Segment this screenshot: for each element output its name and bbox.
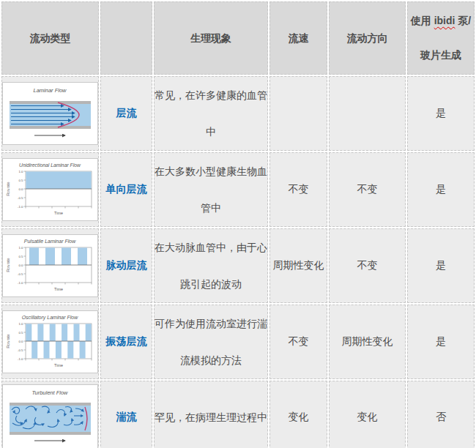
cell-direction-unidirectional: 不变	[329, 152, 406, 227]
y-tick-labels: 1.0 0.5 0.0 -0.5 -1.0	[18, 246, 23, 285]
header-ibidi-pre: 使用	[411, 15, 434, 26]
cell-figure-oscillatory: Oscillatory Laminar Flow 1.0 0.5 0.0	[1, 305, 99, 379]
link-oscillatory-laminar-flow[interactable]: 振荡层流	[106, 335, 147, 347]
cell-direction-turbulent: 变化	[329, 381, 406, 448]
pulse-bars	[29, 247, 87, 265]
header-ibidi: 使用 ibidi 泵/玻片生成	[407, 1, 475, 75]
figure-title: Pulsatile Laminar Flow	[24, 239, 76, 244]
cell-speed-turbulent: 变化	[269, 381, 327, 448]
y-ticks	[24, 247, 26, 283]
cell-name-unidirectional: 单向层流	[100, 152, 152, 227]
turbulent-flow-figure: Turbulent Flow	[2, 384, 98, 448]
unidirectional-flow-figure: Unidirectional Laminar Flow 1.0 0.5 0.0 …	[2, 158, 98, 221]
x-ticks	[26, 206, 92, 209]
cell-name-laminar: 层流	[100, 76, 152, 151]
link-pulsatile-laminar-flow[interactable]: 脉动层流	[106, 259, 147, 271]
svg-text:1.0: 1.0	[19, 322, 24, 326]
link-unidirectional-laminar-flow[interactable]: 单向层流	[106, 183, 147, 195]
cell-phenomenon-unidirectional: 在大多数小型健康生物血管中	[154, 152, 268, 227]
y-axis-label: Flow rate	[7, 334, 10, 348]
x-axis-label: Time	[54, 211, 63, 215]
cell-speed-unidirectional: 不变	[269, 152, 327, 227]
svg-text:-0.5: -0.5	[18, 272, 23, 276]
header-ibidi-line2: 玻片生成	[420, 49, 461, 61]
y-axis-label: Flow rate	[7, 182, 10, 195]
cell-ibidi-unidirectional: 是	[407, 152, 475, 227]
svg-text:1.0: 1.0	[19, 246, 24, 250]
pulsatile-flow-figure: Pulsatile Laminar Flow 1.0 0.5 0.0 -0.5	[2, 234, 98, 297]
x-axis-label: Time	[54, 287, 63, 291]
cell-figure-laminar: Laminar Flow	[1, 76, 99, 151]
cell-figure-unidirectional: Unidirectional Laminar Flow 1.0 0.5 0.0 …	[1, 152, 99, 227]
svg-text:-1.0: -1.0	[18, 357, 23, 361]
cell-name-pulsatile: 脉动层流	[100, 228, 152, 303]
cell-figure-pulsatile: Pulsatile Laminar Flow 1.0 0.5 0.0 -0.5	[1, 228, 99, 303]
header-flow-name	[100, 1, 152, 75]
svg-text:-0.5: -0.5	[18, 348, 23, 352]
cell-phenomenon-pulsatile: 在大动脉血管中，由于心跳引起的波动	[154, 228, 268, 303]
x-ticks	[26, 359, 92, 361]
cell-direction-laminar	[329, 76, 406, 151]
svg-text:-1.0: -1.0	[18, 281, 23, 285]
flow-types-table: 流动类型 生理现象 流速 流动方向 使用 ibidi 泵/玻片生成 Lamina…	[0, 0, 476, 448]
cell-direction-oscillatory: 周期性变化	[329, 305, 406, 379]
pulsatile-flow-chart: Pulsatile Laminar Flow 1.0 0.5 0.0 -0.5	[4, 235, 97, 296]
cell-ibidi-pulsatile: 是	[407, 228, 475, 303]
header-flow-type: 流动类型	[1, 1, 99, 75]
y-axis-label: Flow rate	[7, 258, 10, 272]
cell-name-oscillatory: 振荡层流	[100, 305, 152, 379]
svg-text:0.0: 0.0	[19, 340, 24, 343]
row-turbulent: Turbulent Flow	[1, 381, 475, 448]
svg-text:-0.5: -0.5	[18, 196, 23, 200]
y-ticks	[24, 171, 26, 206]
cell-name-turbulent: 湍流	[100, 381, 152, 448]
link-laminar-flow[interactable]: 层流	[116, 107, 137, 119]
channel-fluid	[10, 406, 91, 432]
svg-text:0.5: 0.5	[19, 255, 24, 258]
figure-title: Laminar Flow	[33, 87, 67, 94]
header-speed: 流速	[269, 1, 327, 75]
constant-flow-area	[26, 171, 91, 189]
cell-direction-pulsatile: 不变	[329, 228, 406, 303]
oscillatory-flow-figure: Oscillatory Laminar Flow 1.0 0.5 0.0	[2, 310, 98, 373]
cell-ibidi-turbulent: 否	[407, 381, 475, 448]
x-axis-label: Time	[54, 363, 63, 367]
header-row: 流动类型 生理现象 流速 流动方向 使用 ibidi 泵/玻片生成	[1, 1, 475, 75]
figure-title: Oscillatory Laminar Flow	[22, 315, 79, 321]
cell-phenomenon-oscillatory: 可作为使用流动室进行湍流模拟的方法	[154, 305, 268, 379]
svg-text:0.5: 0.5	[19, 331, 24, 335]
cell-speed-oscillatory: 不变	[269, 305, 327, 379]
link-turbulent-flow[interactable]: 湍流	[116, 411, 137, 422]
svg-text:0.5: 0.5	[19, 179, 24, 182]
turbulent-flow-diagram: Turbulent Flow	[4, 385, 97, 448]
svg-text:1.0: 1.0	[19, 170, 24, 173]
figure-title: Turbulent Flow	[31, 389, 68, 396]
row-unidirectional: Unidirectional Laminar Flow 1.0 0.5 0.0 …	[1, 152, 475, 227]
header-direction: 流动方向	[329, 1, 406, 75]
oscillatory-flow-chart: Oscillatory Laminar Flow 1.0 0.5 0.0	[4, 311, 97, 373]
unidirectional-flow-chart: Unidirectional Laminar Flow 1.0 0.5 0.0 …	[4, 159, 97, 220]
cell-speed-pulsatile: 周期性变化	[269, 228, 327, 303]
y-ticks	[24, 324, 26, 359]
svg-text:0.0: 0.0	[19, 264, 24, 267]
y-tick-labels: 1.0 0.5 0.0 -0.5 -1.0	[18, 322, 23, 361]
row-laminar: Laminar Flow 层流 常见，在许多健康的血管	[1, 76, 475, 151]
figure-title: Unidirectional Laminar Flow	[19, 163, 81, 168]
laminar-flow-figure: Laminar Flow	[2, 82, 98, 145]
header-ibidi-post: 泵/	[455, 15, 471, 26]
cell-ibidi-oscillatory: 是	[407, 305, 475, 379]
cell-speed-laminar	[269, 76, 327, 151]
svg-text:-1.0: -1.0	[18, 205, 23, 209]
row-oscillatory: Oscillatory Laminar Flow 1.0 0.5 0.0	[1, 305, 475, 379]
cell-phenomenon-laminar: 常见，在许多健康的血管中	[154, 76, 268, 151]
header-ibidi-word-misspelled: ibidi	[434, 15, 455, 26]
cell-phenomenon-turbulent: 罕见，在病理生理过程中	[154, 381, 268, 448]
header-phenomenon: 生理现象	[154, 1, 268, 75]
x-ticks	[26, 283, 92, 285]
laminar-flow-diagram: Laminar Flow	[4, 83, 97, 144]
cell-ibidi-laminar: 是	[407, 76, 475, 151]
cell-figure-turbulent: Turbulent Flow	[1, 381, 99, 448]
row-pulsatile: Pulsatile Laminar Flow 1.0 0.5 0.0 -0.5	[1, 228, 475, 303]
svg-text:0.0: 0.0	[19, 187, 24, 191]
y-tick-labels: 1.0 0.5 0.0 -0.5 -1.0	[18, 170, 23, 209]
